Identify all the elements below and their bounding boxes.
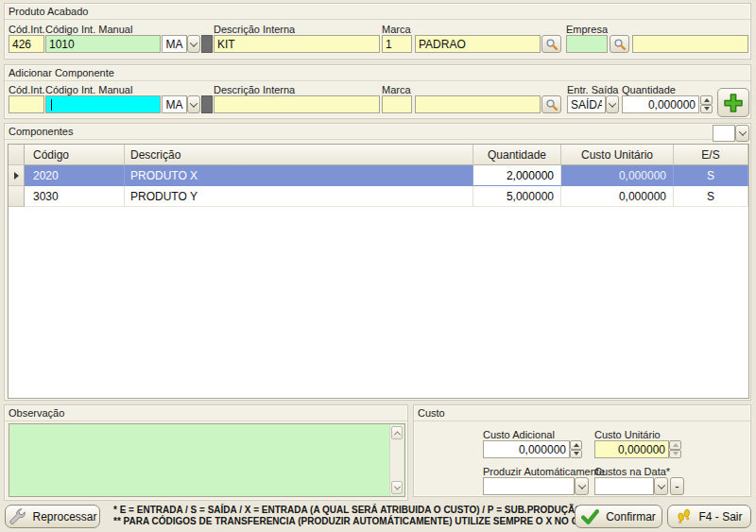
tipo-field[interactable] (162, 35, 187, 53)
entr-saida-field[interactable] (567, 95, 606, 113)
custo-title: Custo (414, 405, 750, 421)
marca-descricao-field[interactable] (415, 35, 541, 53)
custos-na-data-clear-button[interactable]: - (670, 477, 684, 495)
custo-unitario-field[interactable] (594, 440, 669, 458)
chevron-down-icon (657, 481, 664, 489)
chevron-up-icon (393, 431, 400, 438)
text-caret (51, 99, 52, 111)
produzir-automaticamente-label: Produzir Automáticamente (483, 466, 605, 477)
scroll-up-button[interactable] (391, 426, 403, 439)
componentes-grid[interactable]: Código Descrição Quantidade Custo Unitár… (8, 144, 749, 399)
observacao-input[interactable] (9, 424, 389, 496)
marca-search-button[interactable] (541, 35, 561, 53)
cell-codigo[interactable]: 2020 (25, 165, 125, 186)
confirmar-button[interactable]: Confirmar (575, 505, 662, 528)
custos-na-data-field[interactable] (594, 477, 654, 495)
cell-descricao[interactable]: PRODUTO Y (125, 186, 473, 207)
cell-quantidade[interactable]: 5,000000 (473, 186, 561, 207)
custo-adicional-spinner[interactable] (570, 440, 582, 458)
spin-down-button[interactable] (700, 105, 713, 114)
cell-es[interactable]: S (674, 165, 748, 186)
sair-button[interactable]: F4 - Sair (667, 505, 751, 528)
tipo-dropdown-button[interactable] (187, 35, 200, 53)
table-row[interactable]: 3030 PRODUTO Y 5,000000 0,000000 S (9, 186, 748, 207)
descricao-interna-label: Descrição Interna (214, 84, 295, 95)
marca-search-button[interactable] (541, 95, 561, 113)
observacao-textarea[interactable] (9, 423, 405, 497)
spin-up-button[interactable] (570, 440, 582, 450)
cod-int-label: Cód.Int. (9, 84, 45, 95)
entr-saida-dropdown-button[interactable] (606, 95, 619, 113)
empresa-descricao-field[interactable] (632, 35, 748, 53)
scroll-down-button[interactable] (391, 481, 403, 494)
column-header-custo-unitario[interactable]: Custo Unitário (561, 145, 674, 165)
descricao-interna-field[interactable] (214, 95, 380, 113)
column-header-codigo[interactable]: Código (25, 145, 125, 165)
cell-codigo[interactable]: 3030 (25, 186, 125, 207)
reprocessar-button[interactable]: Reprocessar (5, 505, 100, 528)
arrow-up-icon (574, 443, 579, 447)
observacao-scrollbar[interactable] (389, 425, 404, 495)
column-header-descricao[interactable]: Descrição (125, 145, 473, 165)
descricao-interna-field[interactable] (214, 35, 380, 53)
spin-up-button (669, 440, 681, 450)
observacao-title: Observação (5, 405, 407, 421)
check-icon (581, 509, 599, 524)
grid-corner-cell (9, 145, 25, 165)
spin-down-button[interactable] (570, 450, 582, 459)
wrench-icon (8, 507, 26, 525)
tipo-dropdown-button[interactable] (187, 95, 200, 113)
spin-down-button (669, 450, 681, 459)
reprocessar-label: Reprocessar (32, 510, 96, 523)
empresa-search-button[interactable] (610, 35, 629, 53)
confirmar-label: Confirmar (606, 510, 656, 523)
quantidade-field[interactable] (622, 95, 699, 113)
custos-na-data-dropdown-button[interactable] (654, 477, 668, 495)
componentes-filter-dropdown-button[interactable] (735, 125, 749, 142)
footnote: * E = ENTRADA / S = SAÍDA / X = ENTRADA … (113, 505, 625, 527)
custo-adicional-label: Custo Adicional (483, 429, 555, 440)
row-selector-cell[interactable] (9, 186, 25, 207)
chevron-down-icon (738, 128, 746, 135)
cell-descricao[interactable]: PRODUTO X (125, 165, 473, 186)
descricao-interna-label: Descrição Interna (214, 24, 295, 35)
codigo-manual-field[interactable] (45, 35, 161, 53)
spin-up-button[interactable] (700, 95, 713, 105)
custos-na-data-label: Custos na Data* (594, 466, 670, 477)
search-icon (545, 38, 558, 51)
observacao-group: Observação (4, 404, 408, 501)
marca-label: Marca (382, 24, 411, 35)
cod-int-field[interactable] (9, 35, 44, 53)
footnote-line-1: * E = ENTRADA / S = SAÍDA / X = ENTRADA … (113, 505, 625, 516)
column-header-quantidade[interactable]: Quantidade (473, 145, 561, 165)
column-header-es[interactable]: E/S (674, 145, 748, 165)
custo-adicional-field[interactable] (483, 440, 570, 458)
row-selector-cell[interactable] (9, 165, 25, 186)
table-row[interactable]: 2020 PRODUTO X 2,000000 0,000000 S (9, 165, 748, 186)
produzir-automaticamente-field[interactable] (483, 477, 575, 495)
custo-unitario-spinner (669, 440, 681, 458)
codigo-manual-field[interactable] (45, 95, 161, 113)
arrow-up-icon (673, 443, 679, 447)
tipo-field[interactable] (162, 95, 187, 113)
componentes-filter-field[interactable] (713, 125, 735, 142)
chevron-down-icon (609, 99, 616, 107)
componentes-group: Componentes Código Descrição Quantidade … (4, 123, 751, 401)
cod-int-field[interactable] (9, 95, 44, 113)
current-row-arrow-icon (14, 172, 19, 180)
add-component-button[interactable] (717, 88, 749, 117)
tipo-color-box (201, 35, 213, 53)
cell-custo-unitario[interactable]: 0,000000 (561, 165, 674, 186)
cell-quantidade[interactable]: 2,000000 (473, 165, 561, 186)
empresa-codigo-field[interactable] (566, 35, 608, 53)
empresa-label: Empresa (566, 24, 608, 35)
marca-codigo-field[interactable] (382, 95, 412, 113)
marca-codigo-field[interactable] (382, 35, 412, 53)
cell-custo-unitario[interactable]: 0,000000 (561, 186, 674, 207)
cell-es[interactable]: S (674, 186, 748, 207)
produzir-automaticamente-dropdown-button[interactable] (575, 477, 589, 495)
marca-label: Marca (382, 84, 411, 95)
marca-descricao-field[interactable] (415, 95, 541, 113)
adicionar-componente-group: Adicionar Componente Cód.Int. Código Int… (4, 64, 751, 119)
quantidade-spinner[interactable] (700, 95, 713, 113)
